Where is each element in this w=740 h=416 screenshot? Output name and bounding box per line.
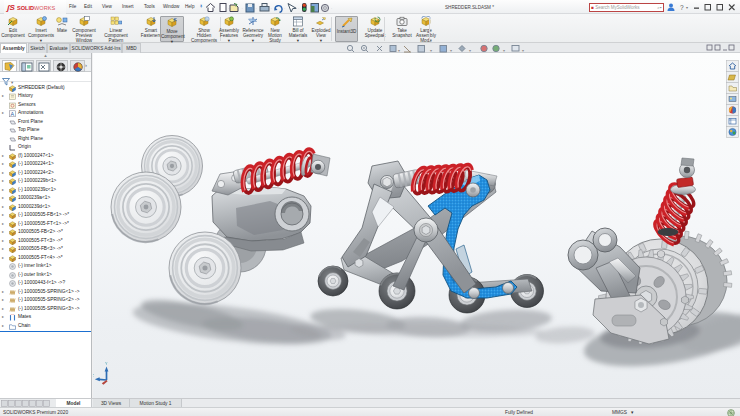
svg-text:ʃS: ʃS [5, 3, 16, 12]
svg-text:·: · [228, 6, 229, 11]
svg-text:·: · [271, 6, 272, 11]
svg-text:A: A [11, 111, 15, 117]
svg-text:·: · [256, 6, 257, 11]
svg-text:·: · [284, 6, 285, 11]
svg-text:SOLIDWORKS: SOLIDWORKS [17, 5, 55, 11]
svg-text:·: · [298, 6, 299, 11]
svg-text:Y: Y [105, 362, 108, 366]
svg-text:▾: ▾ [686, 5, 688, 10]
svg-text:?: ? [680, 4, 684, 11]
svg-text:·: · [331, 6, 332, 11]
svg-text:·: · [242, 6, 243, 11]
